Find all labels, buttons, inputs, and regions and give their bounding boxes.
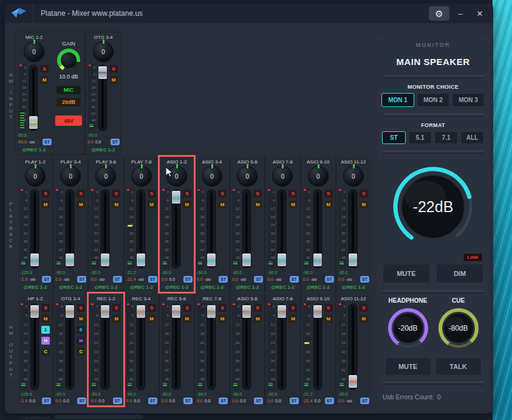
stereo-badge[interactable]: ST <box>111 139 120 145</box>
output-mode-button[interactable]: C <box>41 348 50 356</box>
stereo-badge[interactable]: ST <box>42 398 51 404</box>
solo-button[interactable]: S <box>253 190 262 198</box>
stereo-badge[interactable]: ST <box>360 398 369 404</box>
format-51-button[interactable]: 5.1 <box>408 131 432 144</box>
solo-button[interactable]: S <box>218 304 227 312</box>
monitor-mute-button[interactable]: MUTE <box>383 264 430 283</box>
volume-fader[interactable] <box>100 303 111 391</box>
stereo-badge[interactable]: ST <box>254 398 263 404</box>
mute-button[interactable]: M <box>41 201 50 208</box>
link-badge[interactable]: LINK <box>463 253 482 261</box>
mute-button[interactable]: M <box>324 201 333 208</box>
format-71-button[interactable]: 7.1 <box>434 131 458 144</box>
mute-button[interactable]: M <box>41 315 50 323</box>
solo-button[interactable]: S <box>112 190 120 198</box>
solo-button[interactable]: S <box>288 190 297 198</box>
cue-volume-knob[interactable]: -80dB <box>437 306 480 350</box>
channel-knob[interactable]: 0 <box>25 166 46 187</box>
stereo-badge[interactable]: ST <box>113 398 122 404</box>
mute-button[interactable]: M <box>253 201 262 208</box>
fader-cap[interactable] <box>101 305 109 318</box>
format-all-button[interactable]: ALL <box>460 131 484 144</box>
channel-knob[interactable]: 0 <box>24 41 44 62</box>
fader-cap[interactable] <box>98 66 107 79</box>
volume-fader[interactable] <box>241 188 252 269</box>
output-mode-button[interactable]: H <box>41 337 50 345</box>
stereo-badge[interactable]: ST <box>219 276 228 283</box>
fader-cap[interactable] <box>66 253 74 266</box>
channel-knob[interactable]: 0 <box>272 166 293 187</box>
mute-button[interactable]: M <box>324 315 333 323</box>
fader-cap[interactable] <box>207 253 216 266</box>
headphone-volume-knob[interactable]: -20dB <box>386 306 430 350</box>
fader-cap[interactable] <box>313 253 322 266</box>
channel-knob[interactable]: 0 <box>343 166 364 187</box>
fader-cap[interactable] <box>349 253 357 266</box>
fader-cap[interactable] <box>172 191 180 204</box>
talk-button[interactable]: TALK <box>435 357 482 376</box>
stereo-badge[interactable]: ST <box>325 398 334 404</box>
main-volume-knob[interactable]: -22dB <box>387 161 479 252</box>
volume-fader[interactable] <box>97 64 108 132</box>
solo-button[interactable]: S <box>41 190 50 198</box>
fader-cap[interactable] <box>207 305 216 318</box>
mute-button[interactable]: M <box>360 315 368 323</box>
mute-button[interactable]: M <box>148 201 156 208</box>
volume-fader[interactable] <box>171 188 182 269</box>
stereo-badge[interactable]: ST <box>325 276 334 283</box>
solo-button[interactable]: S <box>324 304 333 312</box>
mute-button[interactable]: M <box>112 315 120 323</box>
mute-button[interactable]: M <box>77 315 85 323</box>
solo-button[interactable]: S <box>324 190 333 198</box>
settings-gear-icon[interactable]: ⚙ <box>429 6 449 21</box>
volume-fader[interactable] <box>64 303 75 391</box>
volume-fader[interactable] <box>100 188 111 269</box>
channel-knob[interactable]: 0 <box>166 166 187 187</box>
mute-button[interactable]: M <box>253 315 262 323</box>
stereo-badge[interactable]: ST <box>183 276 193 283</box>
mute-button[interactable]: M <box>77 201 85 208</box>
fader-cap[interactable] <box>278 253 286 266</box>
pad-20db-badge[interactable]: 20dB <box>56 98 81 106</box>
mute-button[interactable]: M <box>288 201 297 208</box>
solo-button[interactable]: S <box>148 304 156 312</box>
close-button[interactable]: ✕ <box>471 6 488 21</box>
solo-button[interactable]: S <box>183 190 191 198</box>
phantom-48v-button[interactable]: 48V <box>55 115 82 126</box>
volume-fader[interactable] <box>28 64 39 132</box>
stereo-badge[interactable]: ST <box>360 276 369 283</box>
volume-fader[interactable] <box>347 188 358 269</box>
solo-button[interactable]: S <box>253 304 262 312</box>
output-mode-button[interactable]: H <box>77 337 85 345</box>
fader-cap[interactable] <box>242 305 251 318</box>
fader-cap[interactable] <box>30 253 39 266</box>
output-mode-button[interactable]: 1 <box>41 326 50 334</box>
solo-button[interactable]: S <box>77 190 85 198</box>
stereo-badge[interactable]: ST <box>290 276 299 283</box>
solo-button[interactable]: S <box>148 190 156 198</box>
solo-button[interactable]: S <box>40 65 49 73</box>
fader-cap[interactable] <box>313 305 322 318</box>
mute-button[interactable]: M <box>109 76 118 84</box>
minimize-button[interactable]: – <box>452 6 469 21</box>
stereo-badge[interactable]: ST <box>254 276 263 283</box>
solo-button[interactable]: S <box>41 304 50 312</box>
volume-fader[interactable] <box>276 188 287 269</box>
fader-cap[interactable] <box>349 375 357 388</box>
volume-fader[interactable] <box>312 188 323 269</box>
headphone-mute-button[interactable]: MUTE <box>385 357 431 376</box>
gain-knob[interactable] <box>57 49 80 72</box>
channel-knob[interactable]: 0 <box>237 166 258 187</box>
output-mode-button[interactable]: 0 <box>77 326 85 334</box>
solo-button[interactable]: S <box>112 304 120 312</box>
fader-cap[interactable] <box>66 305 74 318</box>
stereo-badge[interactable]: ST <box>113 276 122 283</box>
volume-fader[interactable] <box>135 303 146 391</box>
mute-button[interactable]: M <box>288 315 297 323</box>
mon1-button[interactable]: MON 1 <box>381 93 414 107</box>
volume-fader[interactable] <box>206 188 217 269</box>
fader-cap[interactable] <box>101 253 109 266</box>
stereo-badge[interactable]: ST <box>148 276 157 283</box>
output-mode-button[interactable]: C <box>77 348 85 356</box>
channel-knob[interactable]: 0 <box>131 166 152 187</box>
